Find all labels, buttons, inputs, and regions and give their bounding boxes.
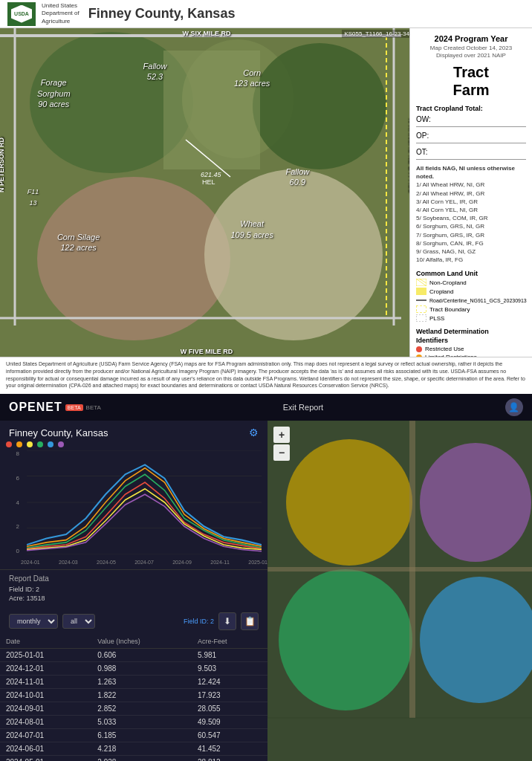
x-label-sep: 2024-09 [172,560,192,565]
legend-plss: PLSS [416,314,526,322]
exit-report-button[interactable]: Exit Report [283,403,323,412]
cell-value-0: 0.606 [91,649,192,662]
field-label-3: Corn123 acres [215,68,289,89]
usda-text: USDA [14,11,29,16]
settings-icon[interactable]: ⚙ [249,427,259,438]
download-csv-button[interactable]: ⬇ [218,612,236,630]
openet-logo-text: OPENET [9,401,62,414]
cell-acre-feet-8: 28.812 [192,756,267,762]
svg-point-5 [204,169,383,340]
chart-legend [0,441,267,450]
tract-cropland-total: Tract Cropland Total: [416,105,526,112]
aerial-map: 621.45 HEL W SIX MILE RD N PETERSON RD N… [0,28,413,357]
cell-date-5: 2024-08-01 [0,716,91,729]
user-avatar: 👤 [505,398,523,416]
table-header-row: Date Value (Inches) Acre-Feet [0,635,267,649]
field-note-10: 10/ Alfalfa, IR, FG [416,256,526,264]
county-title: Finney County, Kansas [88,6,236,22]
x-label-may: 2024-05 [97,560,116,565]
table-body: 2025-01-01 0.606 5.981 2024-12-01 0.988 … [0,649,267,762]
cell-date-0: 2025-01-01 [0,649,91,662]
field-label-7: Wheat109.5 acres [207,218,297,240]
ow-field: OW: [416,115,526,127]
openet-subtitle: BETA [86,404,101,411]
monthly-dropdown[interactable]: monthly annual [9,614,58,629]
cell-value-3: 1.822 [91,689,192,702]
legend-road-icon [416,297,426,304]
cell-acre-feet-1: 9.503 [192,662,267,676]
cell-value-4: 2.852 [91,702,192,716]
right-map: + − [267,421,532,761]
field-note-6: 6/ Sorghum, GRS, NI, GR [416,222,526,230]
map-id-label: KS055_T1166_16-23-34 [342,30,412,38]
cell-acre-feet-4: 28.055 [192,702,267,716]
zoom-in-button[interactable]: + [273,427,290,443]
cell-acre-feet-5: 49.509 [192,716,267,729]
cell-acre-feet-6: 60.547 [192,729,267,742]
svg-point-4 [37,177,230,340]
map-right-panel: 2024 Program Year Map Created October 14… [409,28,532,357]
table-row: 2024-09-01 2.852 28.055 [0,702,267,716]
svg-rect-21 [416,314,426,322]
cell-date-4: 2024-09-01 [0,702,91,716]
legend-dot-3 [27,441,33,447]
zoom-out-button[interactable]: − [273,444,290,461]
data-table: Date Value (Inches) Acre-Feet 2025-01-01… [0,635,267,761]
table-row: 2025-01-01 0.606 5.981 [0,649,267,662]
download-table-button[interactable]: 📋 [241,612,259,630]
legend-hatch-icon [416,279,426,286]
field-label-4: F1113 [8,186,58,207]
y-label-2: 2 [0,523,21,530]
ot-field: OT: [416,148,526,160]
table-row: 2024-06-01 4.218 41.452 [0,742,267,756]
y-label-8: 8 [0,450,21,457]
road-top-label: W SIX MILE RD [183,30,231,37]
field-label-5: Fallow60.9 [265,166,331,188]
cell-acre-feet-2: 12.424 [192,676,267,689]
svg-line-17 [419,279,426,283]
chart-container: 8 6 4 2 0 [0,450,267,569]
acre-info: Acre: 13518 [9,595,259,602]
map-header: USDA United States Department of Agricul… [0,0,532,28]
wetland-dot-1 [416,346,422,352]
cell-value-7: 4.218 [91,742,192,756]
table-row: 2024-11-01 1.263 12.424 [0,676,267,689]
cell-date-8: 2024-05-01 [0,756,91,762]
all-dropdown[interactable]: all [62,614,95,629]
field-label-1: ForageSorghum90 acres [16,77,91,109]
openet-section: OPENET BETA BETA Exit Report 👤 Finney Co… [0,394,532,761]
chart-yaxis: 8 6 4 2 0 [0,450,21,554]
cell-date-3: 2024-10-01 [0,689,91,702]
cell-value-2: 1.263 [91,676,192,689]
col-date: Date [0,635,91,649]
program-year: 2024 Program Year [416,34,526,43]
road-left-label: N PETERSON RD [0,137,5,192]
op-field: OP: [416,132,526,143]
usda-department: United States Department of Agriculture [42,2,80,25]
x-label-jan: 2024-01 [21,560,40,565]
svg-point-3 [253,43,386,169]
map-displayed-over: Displayed over 2021 NAIP [416,52,526,59]
field-note-9: 9/ Grass, NAG, NI, GZ [416,247,526,256]
y-label-0: 0 [0,548,21,554]
x-label-nov: 2024-11 [210,560,230,565]
legend-dot-4 [37,441,43,447]
field-note-2: 2/ All Wheat HRW, IR, GR [416,190,526,198]
legend-tract-boundary: Tract Boundary [416,305,526,313]
openet-left-panel: Finney County, Kansas ⚙ 8 6 4 2 0 [0,421,267,761]
openet-right-panel: + − [267,421,532,761]
fields-note: All fields NAG, NI unless otherwise note… [416,164,526,264]
field-note-8: 8/ Sorghum, CAN, IR, FG [416,239,526,247]
map-footer: United States Department of Agriculture … [0,357,532,394]
svg-text:HEL: HEL [202,178,215,186]
usda-emblem: USDA [11,5,32,23]
data-table-container[interactable]: Date Value (Inches) Acre-Feet 2025-01-01… [0,635,267,761]
cell-date-2: 2024-11-01 [0,676,91,689]
openet-main-content: Finney County, Kansas ⚙ 8 6 4 2 0 [0,421,532,761]
openet-county-title: Finney County, Kansas [9,427,108,438]
satellite-svg [267,421,532,761]
svg-rect-20 [416,305,426,313]
legend-non-cropland-label: Non-Cropland [429,279,467,286]
table-row: 2024-07-01 6.185 60.547 [0,729,267,742]
table-row: 2024-08-01 5.033 49.509 [0,716,267,729]
